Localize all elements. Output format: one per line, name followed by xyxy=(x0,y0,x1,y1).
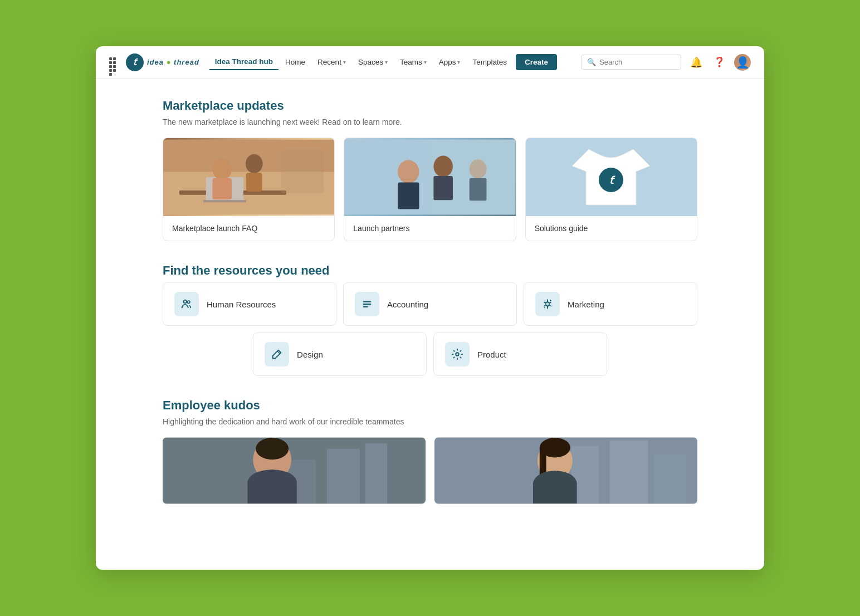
chevron-down-icon: ▾ xyxy=(385,59,388,65)
svg-rect-24 xyxy=(363,304,372,305)
svg-point-28 xyxy=(456,353,459,356)
nav-item-hub[interactable]: Idea Thread hub xyxy=(209,54,278,70)
kudos-subtitle: Highlighting the dedication and hard wor… xyxy=(163,417,697,426)
kudos-person-2 xyxy=(434,437,697,504)
svg-point-34 xyxy=(256,438,289,459)
svg-point-17 xyxy=(470,159,487,179)
grid-icon[interactable] xyxy=(109,57,119,67)
kudos-cards-row xyxy=(163,437,697,504)
resource-icon-hr xyxy=(174,292,199,316)
nav-links: Idea Thread hub Home Recent ▾ Spaces ▾ T… xyxy=(209,54,578,70)
help-circle-icon[interactable]: ❓ xyxy=(711,54,727,70)
svg-point-15 xyxy=(434,156,453,177)
svg-rect-9 xyxy=(281,150,324,193)
resource-icon-design xyxy=(265,342,289,366)
resource-card-hr[interactable]: Human Resources xyxy=(163,282,336,326)
logo-icon: ƭ xyxy=(126,53,144,71)
svg-rect-30 xyxy=(327,449,360,503)
notification-bell-icon[interactable]: 🔔 xyxy=(688,54,705,71)
shirt-image: ƭ xyxy=(526,138,697,216)
card-launch-partners[interactable]: Launch partners xyxy=(344,138,516,241)
svg-rect-25 xyxy=(363,306,368,307)
search-input[interactable] xyxy=(599,58,675,66)
card-label-faq: Marketplace launch FAQ xyxy=(163,216,334,241)
resources-title: Find the resources you need xyxy=(163,263,697,278)
navbar: ƭ idea ● thread Idea Thread hub Home Rec… xyxy=(96,46,764,79)
marketplace-title: Marketplace updates xyxy=(163,99,697,113)
resource-icon-product xyxy=(445,342,470,366)
create-button[interactable]: Create xyxy=(516,54,557,70)
card-marketplace-faq[interactable]: Marketplace launch FAQ xyxy=(163,138,335,241)
marketplace-section: Marketplace updates The new marketplace … xyxy=(163,99,697,241)
svg-rect-6 xyxy=(212,178,232,199)
svg-point-21 xyxy=(184,300,187,304)
shirt-svg: ƭ xyxy=(566,138,656,216)
office-illustration-2 xyxy=(344,138,515,216)
nav-right: 🔍 🔔 ❓ 👤 xyxy=(581,54,751,71)
office-photo-2 xyxy=(344,138,515,216)
resource-row-2: Design Product xyxy=(163,333,697,376)
kudos-card-2[interactable] xyxy=(434,437,697,504)
resource-card-design[interactable]: Design xyxy=(253,333,427,376)
svg-point-27 xyxy=(544,307,545,308)
marketplace-cards-row: Marketplace launch FAQ xyxy=(163,138,697,241)
list-icon xyxy=(361,298,373,310)
resource-label-hr: Human Resources xyxy=(207,300,276,309)
svg-rect-16 xyxy=(434,176,453,200)
resource-icon-accounting xyxy=(355,292,379,316)
nav-item-apps[interactable]: Apps ▾ xyxy=(433,55,466,70)
card-label-solutions: Solutions guide xyxy=(526,216,697,241)
resource-label-product: Product xyxy=(477,350,506,359)
kudos-section: Employee kudos Highlighting the dedicati… xyxy=(163,398,697,504)
resource-card-product[interactable]: Product xyxy=(433,333,607,376)
logo-text: idea ● thread xyxy=(147,58,199,66)
resources-section: Find the resources you need xyxy=(163,263,697,376)
browser-frame: ƭ idea ● thread Idea Thread hub Home Rec… xyxy=(96,46,764,570)
svg-rect-31 xyxy=(365,443,387,503)
svg-rect-41 xyxy=(540,448,546,475)
nav-item-templates[interactable]: Templates xyxy=(467,55,512,70)
card-label-partners: Launch partners xyxy=(344,216,515,241)
search-icon: 🔍 xyxy=(587,58,596,66)
chevron-down-icon: ▾ xyxy=(343,59,346,65)
svg-rect-14 xyxy=(398,183,419,209)
resource-label-accounting: Accounting xyxy=(387,300,428,309)
nav-item-home[interactable]: Home xyxy=(280,55,311,70)
office-illustration-1 xyxy=(163,138,334,216)
logo-area[interactable]: ƭ idea ● thread xyxy=(126,53,199,71)
resource-label-design: Design xyxy=(297,350,323,359)
resource-row-1: Human Resources Accounting xyxy=(163,282,697,326)
kudos-card-1[interactable] xyxy=(163,437,426,504)
svg-point-7 xyxy=(246,154,263,174)
resource-icon-marketing xyxy=(535,292,560,316)
nav-item-teams[interactable]: Teams ▾ xyxy=(394,55,432,70)
card-solutions-guide[interactable]: ƭ Solutions guide xyxy=(525,138,697,241)
user-avatar[interactable]: 👤 xyxy=(734,54,751,71)
resource-card-accounting[interactable]: Accounting xyxy=(343,282,517,326)
svg-rect-18 xyxy=(470,178,487,201)
resource-grid: Human Resources Accounting xyxy=(163,282,697,376)
svg-point-26 xyxy=(550,300,551,301)
card-image-faq xyxy=(163,138,334,216)
kudos-person-1 xyxy=(163,437,426,504)
svg-rect-37 xyxy=(610,441,648,503)
svg-rect-23 xyxy=(363,301,372,302)
resource-label-marketing: Marketing xyxy=(568,300,604,309)
card-image-solutions: ƭ xyxy=(526,138,697,216)
resource-card-marketing[interactable]: Marketing xyxy=(524,282,697,326)
svg-rect-4 xyxy=(203,200,246,202)
chevron-down-icon: ▾ xyxy=(457,59,460,65)
search-box[interactable]: 🔍 xyxy=(581,55,681,70)
main-content: Marketplace updates The new marketplace … xyxy=(96,79,764,549)
pen-icon xyxy=(271,348,283,360)
card-image-partners xyxy=(344,138,515,216)
chevron-down-icon: ▾ xyxy=(424,59,427,65)
nav-item-recent[interactable]: Recent ▾ xyxy=(312,55,351,70)
svg-point-13 xyxy=(398,160,419,183)
svg-point-5 xyxy=(212,158,232,179)
nav-item-spaces[interactable]: Spaces ▾ xyxy=(353,55,393,70)
kudos-title: Employee kudos xyxy=(163,398,697,413)
svg-point-22 xyxy=(187,301,190,304)
gear-icon xyxy=(451,348,463,360)
marketplace-subtitle: The new marketplace is launching next we… xyxy=(163,118,697,126)
